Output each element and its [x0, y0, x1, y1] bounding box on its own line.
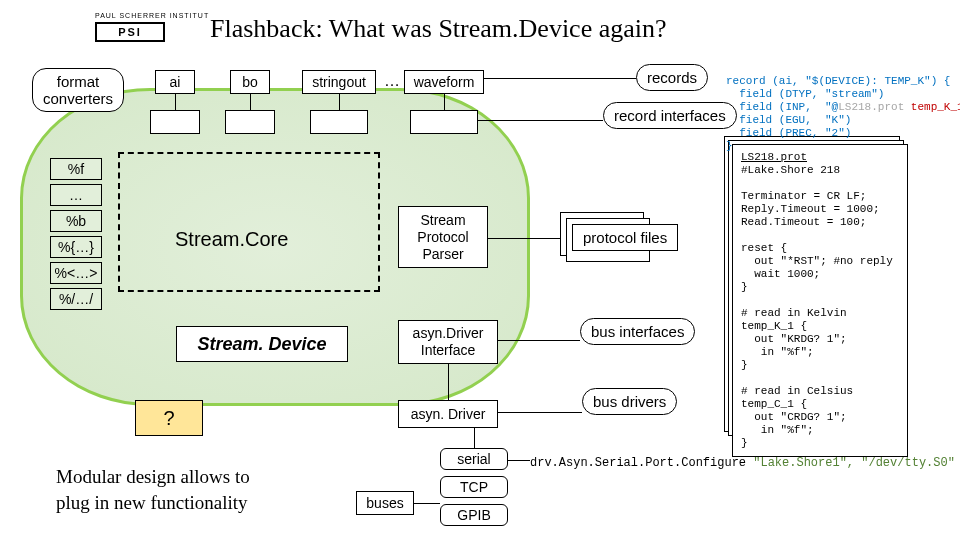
logo-box: PSI: [95, 22, 165, 42]
callout-format-converters: format converters: [32, 68, 124, 112]
fmt-dots: …: [50, 184, 102, 206]
dashed-stream-core: [118, 152, 380, 292]
box-question: ?: [135, 400, 203, 436]
code-drv: drv.Asyn.Serial.Port.Configure "Lake.Sho…: [530, 456, 955, 470]
box-stream-device: Stream. Device: [176, 326, 348, 362]
ellipsis-records: …: [384, 72, 400, 90]
fmt-f: %f: [50, 158, 102, 180]
fmt-angle: %<…>: [50, 262, 102, 284]
code-protocol: LS218.prot #Lake.Shore 218 Terminator = …: [732, 144, 908, 457]
callout-bus-drivers: bus drivers: [582, 388, 677, 415]
ri-ai: [150, 110, 200, 134]
ri-stringout: [310, 110, 368, 134]
box-tcp: TCP: [440, 476, 508, 498]
box-stream-protocol-parser: Stream Protocol Parser: [398, 206, 488, 268]
fmt-slash: %/…/: [50, 288, 102, 310]
callout-record-interfaces: record interfaces: [603, 102, 737, 129]
box-serial: serial: [440, 448, 508, 470]
box-bo: bo: [230, 70, 270, 94]
logo-text: PAUL SCHERRER INSTITUT: [95, 12, 209, 19]
fmt-brace: %{…}: [50, 236, 102, 258]
box-gpib: GPIB: [440, 504, 508, 526]
page-title: Flashback: What was Stream.Device again?: [210, 14, 667, 44]
box-stringout: stringout: [302, 70, 376, 94]
caption: Modular design allows to plug in new fun…: [56, 464, 250, 516]
box-buses: buses: [356, 491, 414, 515]
ri-waveform: [410, 110, 478, 134]
box-ai: ai: [155, 70, 195, 94]
callout-protocol-files: protocol files: [572, 224, 678, 251]
box-asyn-driver-interface: asyn.Driver Interface: [398, 320, 498, 364]
callout-bus-interfaces: bus interfaces: [580, 318, 695, 345]
ri-bo: [225, 110, 275, 134]
box-asyn-driver: asyn. Driver: [398, 400, 498, 428]
label-stream-core: Stream.Core: [175, 228, 288, 251]
box-waveform: waveform: [404, 70, 484, 94]
fmt-b: %b: [50, 210, 102, 232]
callout-records: records: [636, 64, 708, 91]
